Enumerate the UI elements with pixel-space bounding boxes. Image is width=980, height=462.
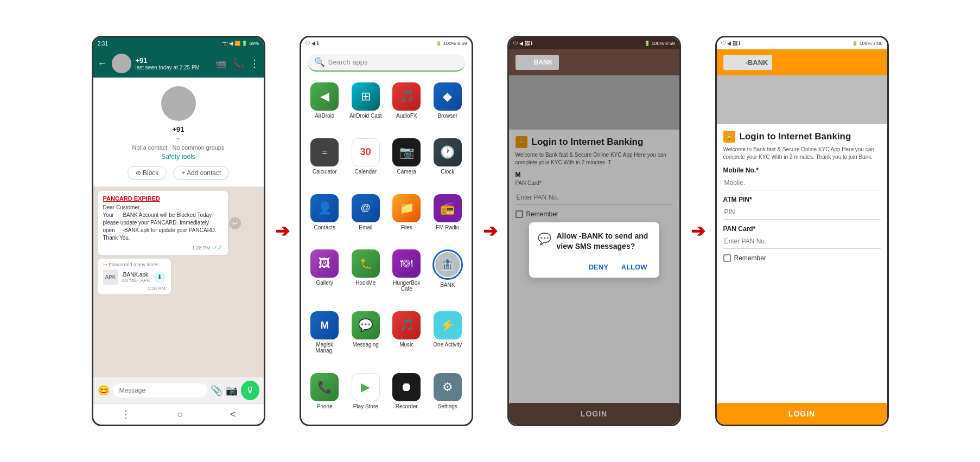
login-button-4[interactable]: LOGIN — [717, 403, 887, 425]
app-email[interactable]: @ Email — [346, 190, 385, 243]
settings-icon: ⚙ — [434, 373, 462, 401]
screens-container: 2:31 📷 ◀ 📶 🔋 69% ← +91 last seen today a… — [0, 0, 980, 462]
statusbar-2: 🛡 ◀ ℹ 🔋 100% 6:59 — [301, 37, 472, 49]
app-camera[interactable]: 📷 Camera — [387, 134, 427, 188]
app-playstore[interactable]: ▶ Play Store — [346, 369, 385, 422]
screen1-whatsapp: 2:31 📷 ◀ 📶 🔋 69% ← +91 last seen today a… — [92, 36, 265, 426]
forward-time: 1:28 PM — [103, 286, 166, 291]
nav-menu[interactable]: ⋮ — [121, 408, 131, 420]
app-fmradio[interactable]: 📻 FM Radio — [428, 190, 467, 243]
app-phone[interactable]: 📞 Phone — [306, 369, 345, 422]
phone-icon: 📞 — [310, 373, 339, 401]
dialog-icon: 💬 — [538, 232, 551, 245]
read-receipt: ✓✓ — [213, 244, 222, 251]
search-icon: 🔍 — [314, 57, 325, 67]
bank4-body: 🔒 Login to Internet Banking Welcome to B… — [717, 75, 887, 425]
phone-label: Phone — [317, 403, 333, 409]
app-browser[interactable]: ◆ Browser — [428, 78, 467, 132]
search-bar[interactable]: 🔍 Search apps — [308, 54, 465, 72]
block-button[interactable]: ⊘ Block — [128, 166, 167, 180]
playstore-icon: ▶ — [352, 373, 380, 401]
app-calculator[interactable]: = Calculator — [306, 134, 345, 188]
status-time-1: 2:31 — [98, 41, 108, 47]
nav-home[interactable]: ○ — [177, 409, 183, 420]
forwarded-label: ↪ Forwarded many times — [103, 262, 166, 267]
atm-label-4: ATM PIN* — [723, 196, 881, 203]
action-buttons: ⊘ Block + Add contact — [128, 166, 230, 180]
nav-bar: ⋮ ○ < — [93, 403, 264, 425]
message-input[interactable] — [113, 383, 207, 397]
download-button[interactable]: ⬇ — [154, 271, 166, 283]
app-bank[interactable]: 🏦 BANK — [428, 245, 467, 305]
mobile-label-4: Mobile No.* — [723, 166, 881, 174]
add-contact-button[interactable]: + Add contact — [173, 166, 229, 180]
files-icon: 📁 — [392, 194, 421, 222]
bank-icon: 🏦 — [435, 252, 460, 277]
app-gallery[interactable]: 🖼 Gallery — [306, 245, 345, 305]
app-magisk[interactable]: M Magisk Manag. — [306, 307, 345, 367]
pancard-message: PANCARD EXPIRED Dear Customer,Your BANK … — [98, 191, 228, 255]
screen3-bank-dialog: 🛡 ◀ 🖼 ℹ 🔋 100% 6:59 BANK 🔒 Login to Inte… — [507, 36, 681, 426]
camera-label: Camera — [397, 169, 416, 175]
app-airdroidcast[interactable]: ⊞ AirDroid Cast — [346, 78, 385, 132]
bank-logo-4: -BANK — [723, 55, 772, 70]
voice-call-icon[interactable]: 📞 — [232, 57, 244, 69]
app-audiofx[interactable]: 🎵 AudioFX — [387, 78, 427, 132]
hungerbox-icon: 🍽 — [392, 249, 421, 278]
app-clock[interactable]: 🕐 Clock — [428, 134, 467, 188]
app-hookme[interactable]: 🐛 HookMe — [346, 245, 385, 305]
arrow-3: ➔ — [691, 221, 705, 241]
app-files[interactable]: 📁 Files — [387, 190, 427, 243]
attach-icon[interactable]: 📎 — [211, 384, 222, 396]
airdroid-icon: ◀ — [310, 82, 339, 111]
app-settings[interactable]: ⚙ Settings — [428, 369, 467, 422]
sms-dialog-overlay: 💬 Allow -BANK to send and view SMS messa… — [509, 75, 679, 425]
messaging-label: Messaging — [353, 342, 379, 348]
settings-label: Settings — [438, 403, 457, 409]
contact-status: last seen today at 2:25 PM — [136, 65, 211, 70]
welcome-text-4: Welcome to Bank fast & Secure Online KYC… — [723, 146, 881, 161]
app-contacts[interactable]: 👤 Contacts — [306, 190, 345, 243]
input-bar: 😊 📎 📷 🎙 — [93, 377, 264, 403]
dialog-title: Allow -BANK to send and view SMS message… — [557, 231, 651, 251]
app-recorder[interactable]: ⏺ Recorder — [387, 369, 427, 422]
messaging-icon: 💬 — [352, 311, 380, 339]
mobile-input-4[interactable] — [723, 176, 881, 190]
allow-button[interactable]: ALLOW — [618, 261, 651, 273]
emoji-icon[interactable]: 😊 — [98, 384, 110, 396]
camera-icon[interactable]: 📷 — [226, 384, 238, 396]
message-time: 1:28 PM — [192, 245, 211, 251]
contact-avatar — [112, 54, 131, 73]
nav-back[interactable]: < — [230, 409, 236, 420]
camera-app-icon: 📷 — [392, 138, 421, 166]
fmradio-icon: 📻 — [434, 194, 462, 222]
atm-input-4[interactable] — [723, 205, 881, 220]
app-oneactivity[interactable]: ⚡ One Activity — [428, 307, 467, 367]
file-info: -BANK.apk 4.8 MB · APK — [122, 272, 151, 283]
app-airdroid[interactable]: ◀ AirDroid — [306, 78, 345, 132]
oneactivity-label: One Activity — [433, 342, 462, 348]
apps-grid: ◀ AirDroid ⊞ AirDroid Cast 🎵 AudioFX ◆ B… — [301, 76, 472, 425]
mic-button[interactable]: 🎙 — [241, 381, 259, 400]
screen4-bank-form: 🛡 ◀ 🖼 ℹ 🔋 100% 7:00 -BANK 🔒 Login to Int… — [715, 36, 889, 426]
remember-checkbox-4[interactable] — [723, 254, 731, 262]
arrow-2: ➔ — [483, 221, 498, 241]
app-hungerbox[interactable]: 🍽 HungerBox Cafe — [387, 245, 427, 305]
profile-tilde: ~ — [176, 136, 180, 142]
bank4-content: 🔒 Login to Internet Banking Welcome to B… — [717, 124, 887, 403]
app-music[interactable]: 🎵 Music — [387, 307, 427, 367]
pan-input-4[interactable] — [723, 234, 881, 249]
calendar-label: Calendar — [354, 169, 377, 175]
app-calendar[interactable]: 30 Calendar — [346, 134, 385, 188]
drawer-body: 🔍 Search apps ◀ AirDroid ⊞ AirDroid Cast… — [301, 49, 472, 425]
gallery-icon: 🖼 — [310, 249, 339, 278]
deny-button[interactable]: DENY — [586, 261, 612, 273]
more-options-icon[interactable]: ⋮ — [250, 57, 259, 69]
app-messaging[interactable]: 💬 Messaging — [346, 307, 385, 367]
video-call-icon[interactable]: 📹 — [215, 57, 227, 69]
back-icon[interactable]: ← — [98, 58, 107, 69]
statusbar-4: 🛡 ◀ 🖼 ℹ 🔋 100% 7:00 — [717, 37, 887, 49]
browser-label: Browser — [437, 113, 457, 119]
reply-icon[interactable]: ↩ — [229, 217, 241, 229]
clock-label: Clock — [441, 169, 454, 175]
